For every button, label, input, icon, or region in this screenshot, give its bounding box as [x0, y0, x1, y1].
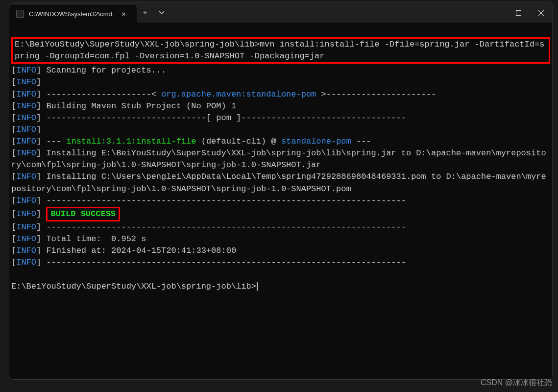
tab-dropdown-button[interactable] [153, 3, 170, 23]
maximize-button[interactable] [507, 3, 530, 23]
maven-coord: org.apache.maven:standalone-pom [161, 90, 316, 99]
close-icon [538, 10, 544, 16]
plugin-goal: install:3.1.1:install-file [66, 137, 196, 146]
install-jar-line: Installing E:\BeiYouStudy\SuperStudy\XXL… [11, 148, 546, 170]
titlebar-drag-area[interactable] [170, 3, 485, 23]
terminal-body[interactable]: E:\BeiYouStudy\SuperStudy\XXL-job\spring… [9, 23, 552, 379]
total-time: Total time: 0.952 s [41, 234, 146, 244]
minimize-button[interactable] [485, 3, 507, 23]
tab-close-button[interactable]: ✕ [119, 9, 128, 19]
window-controls [485, 3, 552, 23]
titlebar: C:\WINDOWS\system32\cmd. ✕ ＋ [9, 3, 552, 23]
chevron-down-icon [159, 11, 164, 14]
prompt: E:\BeiYouStudy\SuperStudy\XXL-job\spring… [11, 282, 256, 291]
command-highlight-box: E:\BeiYouStudy\SuperStudy\XXL-job\spring… [11, 37, 550, 64]
close-button[interactable] [530, 3, 552, 23]
install-pom-line: Installing C:\Users\penglei\AppData\Loca… [11, 172, 546, 193]
terminal-window: C:\WINDOWS\system32\cmd. ✕ ＋ E:\BeiYouSt… [9, 2, 553, 380]
build-success: BUILD SUCCESS [50, 209, 116, 219]
pom-name: standalone-pom [281, 137, 351, 146]
tab-title: C:\WINDOWS\system32\cmd. [29, 10, 114, 18]
log-level: INFO [16, 66, 36, 75]
tab-cmd[interactable]: C:\WINDOWS\system32\cmd. ✕ [9, 5, 137, 23]
maximize-icon [516, 10, 521, 16]
svg-rect-1 [516, 10, 521, 15]
cursor [257, 282, 258, 291]
cmd-icon [16, 10, 24, 18]
minimize-icon [493, 10, 499, 16]
building-line: Building Maven Stub Project (No POM) 1 [41, 101, 236, 111]
scan-line: Scanning for projects... [41, 66, 166, 75]
build-success-box: BUILD SUCCESS [46, 207, 120, 221]
new-tab-button[interactable]: ＋ [137, 3, 153, 23]
command-text: E:\BeiYouStudy\SuperStudy\XXL-job\spring… [15, 40, 544, 61]
finished-at: Finished at: 2024-04-15T20:41:33+08:00 [41, 246, 236, 255]
